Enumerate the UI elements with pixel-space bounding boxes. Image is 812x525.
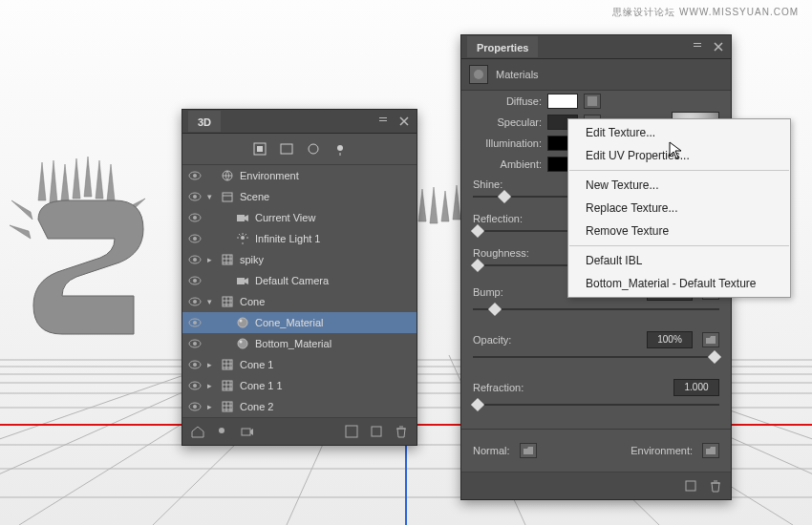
panel-properties-footer	[461, 472, 731, 499]
tree-row-cone-1-1[interactable]: ▸Cone 1 1	[182, 375, 417, 396]
menu-item-new-texture[interactable]: New Texture...	[568, 174, 790, 197]
home-icon[interactable]	[190, 424, 205, 439]
tab-3d[interactable]: 3D	[188, 111, 221, 132]
label-bump: Bump:	[473, 286, 530, 298]
field-opacity[interactable]: 100%	[647, 331, 693, 348]
render-icon[interactable]	[344, 424, 359, 439]
visibility-toggle[interactable]	[182, 234, 207, 243]
new-icon[interactable]	[369, 424, 384, 439]
svg-point-64	[193, 321, 197, 325]
tree-row-infinite-light-1[interactable]: Infinite Light 1	[182, 228, 417, 249]
tree-item-label: Cone_Material	[255, 317, 411, 328]
tree-row-cone-2[interactable]: ▸Cone 2	[182, 396, 417, 417]
slider-refraction[interactable]	[473, 402, 719, 415]
expand-arrow[interactable]: ▾	[207, 192, 221, 201]
close-icon[interactable]	[712, 40, 725, 53]
svg-point-69	[238, 339, 247, 348]
filter-material-icon[interactable]	[306, 141, 321, 157]
tree-item-label: Cone 1	[240, 359, 411, 370]
svg-point-41	[337, 145, 343, 151]
trash-icon[interactable]	[708, 478, 723, 494]
svg-rect-38	[257, 146, 263, 152]
tree-row-scene[interactable]: ▾Scene	[182, 186, 417, 207]
expand-arrow[interactable]: ▸	[207, 381, 221, 390]
opacity-folder-icon[interactable]	[702, 332, 719, 347]
label-specular: Specular:	[477, 116, 542, 128]
tab-properties[interactable]: Properties	[467, 36, 538, 57]
mesh-icon	[221, 379, 236, 392]
visibility-toggle[interactable]	[182, 171, 207, 180]
svg-marker-34	[430, 187, 438, 223]
tree-row-environment[interactable]: Environment	[182, 165, 417, 186]
svg-rect-85	[588, 96, 597, 106]
label-normal: Normal:	[473, 445, 510, 456]
expand-arrow[interactable]: ▾	[207, 297, 221, 306]
visibility-toggle[interactable]	[182, 213, 207, 222]
panel-3d-header[interactable]: 3D	[182, 110, 417, 134]
tree-row-cone-material[interactable]: Cone_Material	[182, 312, 417, 333]
env-folder-icon[interactable]	[702, 443, 719, 458]
svg-point-78	[193, 405, 197, 409]
svg-marker-27	[84, 157, 92, 197]
filter-mesh-icon[interactable]	[279, 141, 294, 157]
light-add-icon[interactable]	[215, 424, 230, 439]
tree-row-cone-1[interactable]: ▸Cone 1	[182, 354, 417, 375]
tree-row-current-view[interactable]: Current View	[182, 207, 417, 228]
filter-light-icon[interactable]	[332, 141, 348, 157]
tree-row-spiky[interactable]: ▸spiky	[182, 249, 417, 270]
menu-item-default-ibl[interactable]: Default IBL	[568, 249, 790, 272]
collapse-icon[interactable]	[691, 40, 704, 53]
collapse-icon[interactable]	[376, 115, 390, 128]
expand-arrow[interactable]: ▸	[207, 360, 221, 369]
visibility-toggle[interactable]	[182, 192, 207, 201]
menu-item-replace-texture[interactable]: Replace Texture...	[568, 197, 790, 220]
label-refraction: Refraction:	[473, 382, 530, 393]
mesh-icon	[221, 400, 236, 413]
svg-marker-23	[38, 162, 46, 200]
new-material-icon[interactable]	[683, 478, 698, 494]
tree-row-cone[interactable]: ▾Cone	[182, 291, 417, 312]
slider-opacity[interactable]	[473, 354, 719, 368]
visibility-toggle[interactable]	[182, 318, 207, 327]
panel-properties-header[interactable]: Properties	[461, 35, 731, 59]
menu-item-remove-texture[interactable]: Remove Texture	[568, 220, 790, 242]
svg-point-84	[474, 70, 483, 79]
filter-iconrow	[182, 134, 417, 165]
label-ambient: Ambient:	[477, 158, 542, 170]
tree-item-label: Scene	[240, 191, 411, 202]
visibility-toggle[interactable]	[182, 381, 207, 390]
visibility-toggle[interactable]	[182, 276, 207, 285]
svg-point-46	[193, 195, 197, 199]
svg-rect-59	[237, 278, 245, 284]
normal-folder-icon[interactable]	[520, 443, 537, 458]
svg-marker-36	[453, 185, 460, 220]
tree-item-label: spiky	[240, 254, 411, 265]
slider-bump[interactable]	[473, 306, 719, 320]
field-refraction[interactable]: 1.000	[673, 379, 719, 396]
label-opacity: Opacity:	[473, 334, 530, 346]
visibility-toggle[interactable]	[182, 339, 207, 348]
camera-add-icon[interactable]	[240, 424, 255, 439]
visibility-toggle[interactable]	[182, 402, 207, 411]
svg-marker-30	[11, 200, 32, 220]
visibility-toggle[interactable]	[182, 297, 207, 306]
mesh-icon	[221, 358, 236, 371]
diffuse-texture-menu[interactable]	[584, 94, 601, 109]
close-icon[interactable]	[397, 115, 411, 128]
section-title: Materials	[496, 69, 539, 80]
svg-rect-47	[223, 193, 232, 201]
swatch-diffuse[interactable]	[547, 94, 578, 109]
trash-icon[interactable]	[394, 424, 409, 439]
tree-row-default-camera[interactable]: Default Camera	[182, 270, 417, 291]
svg-marker-24	[50, 160, 57, 202]
filter-all-icon[interactable]	[252, 141, 267, 157]
svg-rect-39	[281, 144, 292, 154]
expand-arrow[interactable]: ▸	[207, 402, 221, 411]
visibility-toggle[interactable]	[182, 255, 207, 264]
expand-arrow[interactable]: ▸	[207, 255, 221, 264]
tree-row-bottom-material[interactable]: Bottom_Material	[182, 333, 417, 354]
viewport-mesh-s	[29, 200, 162, 420]
menu-item-bottom-material-default-texture[interactable]: Bottom_Material - Default Texture	[568, 272, 790, 295]
svg-point-40	[309, 144, 318, 154]
visibility-toggle[interactable]	[182, 360, 207, 369]
